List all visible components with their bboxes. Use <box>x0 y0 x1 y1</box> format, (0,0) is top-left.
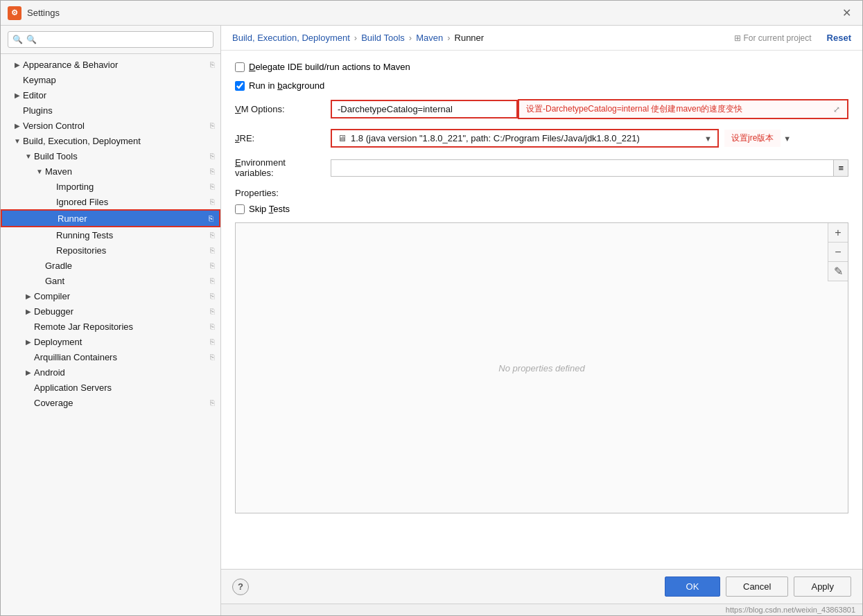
title-bar: ⚙ Settings ✕ <box>1 1 862 26</box>
jre-icon: 🖥 <box>338 133 347 143</box>
skip-tests-label[interactable]: Skip Tests <box>235 204 290 214</box>
env-vars-wrap: ≡ <box>331 159 848 177</box>
delegate-text: Delegate IDE build/run actions to Maven <box>249 62 410 72</box>
sidebar-item-gradle[interactable]: Gradle ⎘ <box>1 258 220 273</box>
jre-dropdown-btn[interactable]: ▼ <box>783 134 791 143</box>
sidebar-item-app-servers[interactable]: Application Servers <box>1 380 220 395</box>
main-content: 🔍 Appearance & Behavior ⎘ Keymap <box>1 26 862 615</box>
reset-link[interactable]: Reset <box>827 33 851 43</box>
run-background-label[interactable]: Run in background <box>235 80 324 91</box>
copy-icon-appearance: ⎘ <box>210 60 215 69</box>
sidebar-item-plugins[interactable]: Plugins <box>1 103 220 118</box>
sidebar-item-version-control[interactable]: Version Control ⎘ <box>1 118 220 133</box>
jre-value: 1.8 (java version "1.8.0_221", path: C:/… <box>351 133 640 143</box>
tree-area: Appearance & Behavior ⎘ Keymap Editor Pl… <box>1 54 220 615</box>
env-vars-browse-button[interactable]: ≡ <box>834 159 848 177</box>
jre-row: JRE: 🖥 1.8 (java version "1.8.0_221", pa… <box>235 129 848 148</box>
tree-arrow-compiler <box>23 290 34 301</box>
sidebar-item-runner[interactable]: Runner ⎘ <box>1 209 220 227</box>
delegate-checkbox[interactable] <box>235 62 245 72</box>
search-wrap: 🔍 <box>8 31 213 48</box>
vm-options-wrap: 设置-DarchetypeCatalog=internal 使创建maven的速… <box>331 99 848 119</box>
vm-options-hint: 设置-DarchetypeCatalog=internal 使创建maven的速… <box>518 99 848 119</box>
copy-icon-deployment: ⎘ <box>210 337 215 346</box>
copy-icon-gradle: ⎘ <box>210 261 215 270</box>
breadcrumb-maven[interactable]: Maven <box>416 33 443 43</box>
sidebar-label-importing: Importing <box>56 182 207 192</box>
sidebar-item-repositories[interactable]: Repositories ⎘ <box>1 243 220 258</box>
search-input[interactable] <box>8 31 213 48</box>
breadcrumb-build-tools[interactable]: Build Tools <box>361 33 405 43</box>
breadcrumb-sep-2: › <box>409 33 412 43</box>
sidebar-label-appearance: Appearance & Behavior <box>23 60 207 70</box>
bottom-bar: ? OK Cancel Apply <box>221 569 862 604</box>
env-vars-input[interactable] <box>331 159 834 177</box>
properties-toolbar: + − ✎ <box>828 223 848 281</box>
sidebar-item-remote-jar[interactable]: Remote Jar Repositories ⎘ <box>1 319 220 334</box>
delegate-label[interactable]: Delegate IDE build/run actions to Maven <box>235 62 410 72</box>
jre-label: JRE: <box>235 133 325 143</box>
vm-options-input[interactable] <box>331 100 518 118</box>
copy-icon-arquillian: ⎘ <box>210 353 215 361</box>
skip-tests-text: Skip Tests <box>249 204 290 214</box>
properties-title: Properties: <box>235 188 279 198</box>
copy-icon-running-tests: ⎘ <box>210 231 215 239</box>
sidebar-item-build-execution[interactable]: Build, Execution, Deployment <box>1 133 220 148</box>
apply-button[interactable]: Apply <box>794 577 851 597</box>
sidebar-item-gant[interactable]: Gant ⎘ <box>1 273 220 288</box>
sidebar-item-coverage[interactable]: Coverage ⎘ <box>1 395 220 410</box>
close-button[interactable]: ✕ <box>838 5 855 21</box>
sidebar-item-editor[interactable]: Editor <box>1 87 220 103</box>
sidebar-item-compiler[interactable]: Compiler ⎘ <box>1 288 220 303</box>
sidebar-item-keymap[interactable]: Keymap <box>1 72 220 87</box>
copy-icon-compiler: ⎘ <box>210 292 215 300</box>
ok-button[interactable]: OK <box>665 577 720 597</box>
tree-arrow-build-tools <box>23 150 34 161</box>
help-button[interactable]: ? <box>232 579 249 595</box>
breadcrumb-build-execution[interactable]: Build, Execution, Deployment <box>232 33 350 43</box>
sidebar-label-editor: Editor <box>23 90 215 100</box>
breadcrumb-bar: Build, Execution, Deployment › Build Too… <box>221 26 862 51</box>
sidebar-item-deployment[interactable]: Deployment ⎘ <box>1 334 220 349</box>
copy-icon-debugger: ⎘ <box>210 307 215 315</box>
sidebar-label-gradle: Gradle <box>45 261 207 271</box>
right-panel: Build, Execution, Deployment › Build Too… <box>221 26 862 615</box>
tree-arrow-editor <box>12 89 23 100</box>
sidebar-item-debugger[interactable]: Debugger ⎘ <box>1 303 220 319</box>
skip-tests-checkbox[interactable] <box>235 204 245 214</box>
sidebar-label-repos: Repositories <box>56 245 207 256</box>
sidebar-label-runner: Runner <box>58 213 206 224</box>
sidebar-item-build-tools[interactable]: Build Tools ⎘ <box>1 148 220 164</box>
copy-icon-maven: ⎘ <box>210 167 215 175</box>
sidebar-label-remote-jar: Remote Jar Repositories <box>34 322 207 332</box>
tree-arrow-android <box>23 367 34 378</box>
sidebar-item-arquillian[interactable]: Arquillian Containers ⎘ <box>1 349 220 364</box>
run-background-checkbox[interactable] <box>235 81 245 91</box>
vm-hint-expand-icon[interactable]: ⤢ <box>833 105 840 114</box>
sidebar-item-importing[interactable]: Importing ⎘ <box>1 179 220 194</box>
copy-icon-runner: ⎘ <box>209 214 213 222</box>
sidebar-item-maven[interactable]: Maven ⎘ <box>1 164 220 179</box>
breadcrumb-sep-1: › <box>354 33 357 43</box>
jre-select[interactable]: 🖥 1.8 (java version "1.8.0_221", path: C… <box>331 129 719 148</box>
cancel-button[interactable]: Cancel <box>726 577 788 597</box>
sidebar-item-ignored-files[interactable]: Ignored Files ⎘ <box>1 194 220 209</box>
sidebar-label-ignored: Ignored Files <box>56 197 207 207</box>
skip-tests-row: Skip Tests <box>235 204 848 214</box>
edit-property-button[interactable]: ✎ <box>828 262 848 281</box>
sidebar-label-maven: Maven <box>45 166 207 177</box>
copy-icon-coverage: ⎘ <box>210 398 215 407</box>
no-properties-text: No properties defined <box>236 223 848 513</box>
sidebar-item-running-tests[interactable]: Running Tests ⎘ <box>1 227 220 243</box>
for-current-project-label: For current project <box>744 33 812 43</box>
sidebar-item-android[interactable]: Android <box>1 364 220 380</box>
copy-icon-gant: ⎘ <box>210 276 215 285</box>
status-bar: https://blog.csdn.net/weixin_43863801 <box>221 604 862 615</box>
properties-area: + − ✎ No properties defined <box>235 222 848 513</box>
add-property-button[interactable]: + <box>828 223 848 243</box>
sidebar-item-appearance[interactable]: Appearance & Behavior ⎘ <box>1 57 220 72</box>
tree-arrow-build <box>12 135 23 146</box>
sidebar-label-build: Build, Execution, Deployment <box>23 136 215 146</box>
env-vars-label: Environment variables: <box>235 157 325 178</box>
remove-property-button[interactable]: − <box>828 243 848 262</box>
